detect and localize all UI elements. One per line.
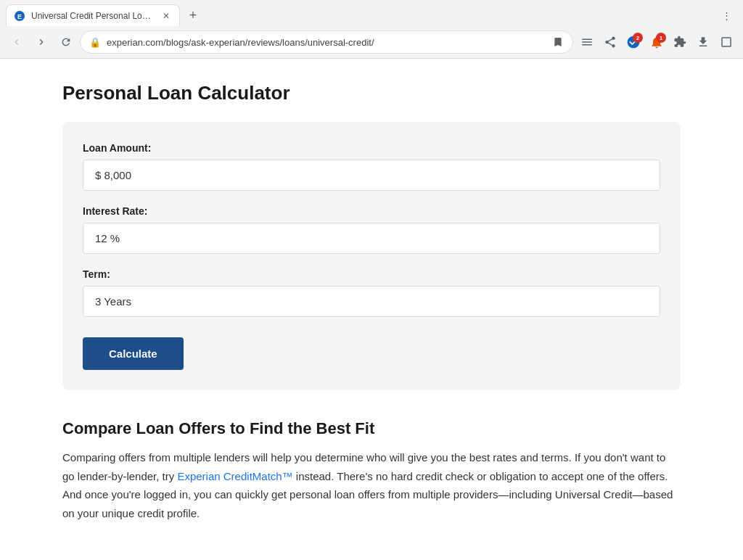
share-button[interactable] [599,31,621,53]
term-group: Term: [83,268,660,317]
window-button[interactable] [715,31,737,53]
toolbar-right: 2 1 [576,31,737,53]
lock-icon: 🔒 [89,37,101,48]
profile-button[interactable]: 2 [623,31,644,53]
profile-badge: 2 [633,33,643,43]
address-bar[interactable]: 🔒 experian.com/blogs/ask-experian/review… [80,30,573,54]
tab-bar: E Universal Credit Personal Loan Re ✕ + … [0,0,743,26]
extensions-button[interactable] [669,31,691,53]
active-tab[interactable]: E Universal Credit Personal Loan Re ✕ [6,4,180,26]
svg-text:E: E [17,13,22,20]
calculator-card: Loan Amount: Interest Rate: Term: Calcul… [62,122,681,390]
download-button[interactable] [692,31,714,53]
back-button[interactable] [6,31,28,53]
window-controls[interactable]: ⋮ [715,4,737,26]
interest-rate-input[interactable] [83,223,660,254]
page-content: Personal Loan Calculator Loan Amount: In… [45,59,698,545]
url-text: experian.com/blogs/ask-experian/reviews/… [107,37,546,48]
compare-section-body: Comparing offers from multiple lenders w… [62,448,681,522]
notifications-button[interactable]: 1 [646,31,668,53]
interest-rate-label: Interest Rate: [83,205,660,217]
notifications-badge: 1 [656,33,666,43]
new-tab-button[interactable]: + [183,5,203,25]
menu-button[interactable] [576,31,598,53]
forward-button[interactable] [30,31,52,53]
browser-chrome: E Universal Credit Personal Loan Re ✕ + … [0,0,743,59]
compare-section: Compare Loan Offers to Find the Best Fit… [62,419,681,522]
reload-button[interactable] [55,31,77,53]
interest-rate-group: Interest Rate: [83,205,660,254]
tab-title: Universal Credit Personal Loan Re [31,11,155,21]
calculate-button[interactable]: Calculate [83,337,184,370]
loan-amount-label: Loan Amount: [83,142,660,154]
term-input[interactable] [83,286,660,317]
loan-amount-group: Loan Amount: [83,142,660,191]
tab-favicon: E [14,10,25,22]
compare-section-title: Compare Loan Offers to Find the Best Fit [62,419,681,438]
tab-close-button[interactable]: ✕ [160,10,172,22]
loan-amount-input[interactable] [83,160,660,191]
nav-bar: 🔒 experian.com/blogs/ask-experian/review… [0,26,743,58]
page-title: Personal Loan Calculator [62,82,681,104]
credit-match-link[interactable]: Experian CreditMatch™ [177,470,292,482]
term-label: Term: [83,268,660,280]
bookmark-icon[interactable] [552,36,564,48]
